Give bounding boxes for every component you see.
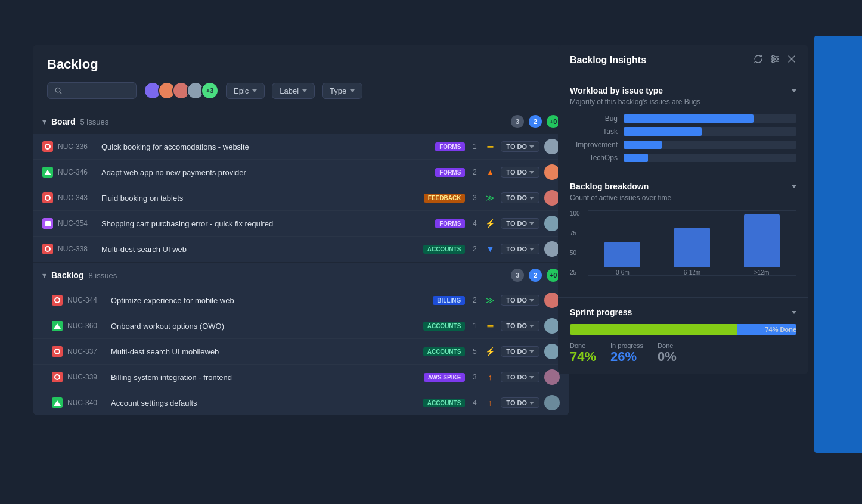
issue-type-bug-icon — [52, 346, 63, 357]
close-icon — [787, 54, 796, 64]
page-title: Backlog — [47, 57, 555, 72]
x-label: 6-12m — [684, 269, 700, 276]
workload-row: Bug — [570, 114, 796, 123]
status-badge[interactable]: TO DO — [501, 192, 539, 203]
chart-bar — [744, 214, 780, 267]
status-badge[interactable]: TO DO — [501, 397, 539, 408]
breakdown-chart: 100 75 50 25 0-6m 6-12m — [570, 210, 796, 288]
table-row[interactable]: NUC-339 Billing system integration - fro… — [33, 365, 569, 390]
workload-label: Task — [570, 127, 618, 136]
status-badge[interactable]: TO DO — [501, 244, 539, 254]
breakdown-title: Backlog breakdown — [570, 182, 649, 191]
refresh-button[interactable] — [754, 54, 763, 66]
story-points: 3 — [470, 194, 479, 202]
table-row[interactable]: NUC-337 Multi-dest search UI mobileweb A… — [33, 339, 569, 365]
board-section: ▾ Board 5 issues 3 2 +0 NUC-336 Quick bo… — [33, 109, 569, 262]
sprint-stat-value: 26% — [610, 349, 643, 365]
search-box[interactable] — [47, 82, 137, 99]
priority-icon: ▲ — [484, 166, 496, 178]
avatar-more[interactable]: +3 — [201, 82, 219, 99]
issue-id: NUC-343 — [58, 194, 97, 202]
insights-actions — [754, 54, 796, 66]
board-toggle[interactable]: ▾ — [42, 117, 46, 126]
story-points: 2 — [470, 168, 479, 176]
issue-title: Optimize experience for mobile web — [111, 296, 428, 305]
chart-bars: 0-6m 6-12m >12m — [588, 210, 796, 288]
type-filter[interactable]: Type — [322, 83, 362, 99]
sprint-stats: Done 74% In progress 26% Done 0% — [570, 342, 796, 365]
board-count: 5 issues — [80, 117, 108, 126]
refresh-icon — [754, 54, 763, 64]
table-row[interactable]: NUC-338 Multi-dest search UI web ACCOUNT… — [33, 237, 569, 262]
table-row[interactable]: NUC-343 Fluid booking on tablets FEEDBAC… — [33, 185, 569, 211]
status-badge[interactable]: TO DO — [501, 372, 539, 382]
board-title: Board — [51, 117, 75, 126]
workload-bar-bg — [624, 114, 796, 123]
table-row[interactable]: NUC-346 Adapt web app no new payments pr… — [33, 160, 569, 185]
backlog-issues-list: NUC-344 Optimize experience for mobile w… — [33, 288, 569, 415]
priority-icon: ↑ — [484, 397, 496, 409]
label-filter[interactable]: Label — [272, 83, 315, 99]
issue-tag: ACCOUNTS — [423, 245, 466, 254]
issue-type-story-icon — [42, 167, 53, 178]
status-badge[interactable]: TO DO — [501, 295, 539, 306]
issue-title: Multi-dest search UI mobileweb — [111, 347, 418, 356]
chevron-down-icon — [529, 325, 534, 328]
table-row[interactable]: NUC-360 Onboard workout options (OWO) AC… — [33, 313, 569, 339]
issue-title: Quick booking for accomodations - websit… — [101, 142, 430, 151]
status-badge[interactable]: TO DO — [501, 167, 539, 178]
issue-type-bug-icon — [42, 244, 53, 254]
issue-id: NUC-338 — [58, 245, 97, 253]
workload-row: Improvement — [570, 141, 796, 149]
table-row[interactable]: NUC-340 Account settings defaults ACCOUN… — [33, 390, 569, 415]
sprint-stat-value: 74% — [570, 349, 596, 365]
close-button[interactable] — [787, 54, 796, 66]
workload-bar-bg — [624, 154, 796, 162]
table-row[interactable]: NUC-344 Optimize experience for mobile w… — [33, 288, 569, 313]
issue-id: NUC-346 — [58, 168, 97, 176]
issue-title: Adapt web app no new payments provider — [101, 168, 430, 177]
issue-tag: FEEDBACK — [424, 194, 466, 203]
chevron-down-icon — [529, 171, 534, 174]
table-row[interactable]: NUC-336 Quick booking for accomodations … — [33, 134, 569, 160]
workload-subtitle: Majority of this backlog's issues are Bu… — [570, 98, 796, 106]
search-input[interactable] — [67, 86, 129, 95]
sprint-progress-bar — [570, 324, 796, 335]
epic-filter[interactable]: Epic — [226, 83, 265, 99]
issue-id: NUC-339 — [67, 373, 106, 381]
issue-type-bug-icon — [52, 372, 63, 382]
avatar — [544, 369, 560, 385]
chevron-down-icon — [529, 299, 534, 302]
epic-label: Epic — [234, 86, 249, 95]
status-badge[interactable]: TO DO — [501, 141, 539, 152]
status-badge[interactable]: TO DO — [501, 218, 539, 229]
status-badge[interactable]: TO DO — [501, 346, 539, 357]
svg-point-5 — [772, 55, 774, 58]
label-label: Label — [280, 86, 299, 95]
priority-icon: ═ — [484, 141, 496, 153]
chevron-down-icon — [252, 89, 257, 92]
issue-tag: ACCOUNTS — [423, 347, 466, 356]
status-badge[interactable]: TO DO — [501, 321, 539, 331]
workload-bar-bg — [624, 127, 796, 136]
issue-title: Billing system integration - frontend — [111, 373, 419, 382]
board-badge-2: 2 — [529, 115, 542, 128]
table-row[interactable]: NUC-354 Shopping cart purchasing error -… — [33, 211, 569, 237]
workload-bar-fill — [624, 141, 662, 149]
chart-bar-group: >12m — [744, 214, 780, 276]
chevron-down-icon — [529, 402, 534, 405]
breakdown-subtitle: Count of active issues over time — [570, 194, 796, 202]
issue-id: NUC-336 — [58, 142, 97, 151]
priority-icon: ═ — [484, 320, 496, 332]
svg-line-1 — [60, 92, 61, 94]
search-icon — [55, 86, 62, 95]
chart-bar — [674, 228, 710, 267]
issue-type-story-icon — [52, 321, 63, 331]
priority-icon: ⚡ — [484, 346, 496, 357]
backlog-toggle[interactable]: ▾ — [42, 270, 46, 280]
board-badge-1: 3 — [511, 115, 524, 128]
issue-type-improvement-icon — [42, 218, 53, 229]
sprint-stat-inprogress: In progress 26% — [610, 342, 643, 365]
settings-button[interactable] — [770, 54, 780, 66]
chevron-down-icon — [792, 89, 796, 92]
